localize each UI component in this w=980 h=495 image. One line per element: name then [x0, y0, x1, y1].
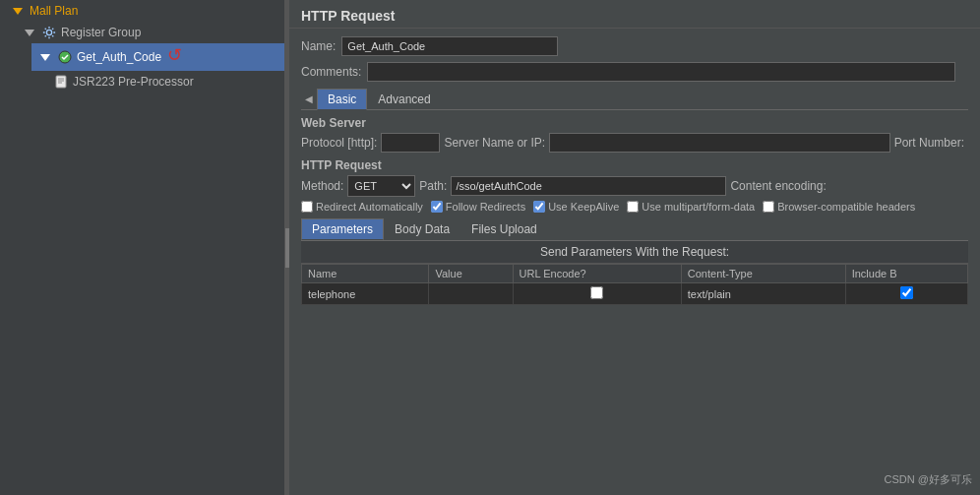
sidebar-item-get-auth-code[interactable]: Get_Auth_Code ↺	[31, 43, 284, 71]
redirect-label: Redirect Automatically	[316, 201, 423, 213]
name-row: Name:	[301, 36, 968, 56]
sidebar-resizer[interactable]	[285, 0, 289, 495]
col-content-type: Content-Type	[681, 265, 845, 283]
name-label: Name:	[301, 39, 336, 53]
comments-row: Comments:	[301, 62, 968, 82]
tab-basic[interactable]: Basic	[317, 89, 367, 110]
checkbox-redirect: Redirect Automatically	[301, 201, 423, 213]
sidebar-item-mall-plan[interactable]: Mall Plan	[4, 0, 284, 22]
tab-advanced[interactable]: Advanced	[367, 89, 441, 110]
follow-checkbox[interactable]	[431, 201, 443, 213]
comments-input[interactable]	[367, 62, 955, 82]
param-url-encode	[513, 283, 681, 305]
cursor-icon: ↺	[167, 44, 182, 66]
params-table: Name Value URL Encode? Content-Type Incl…	[301, 264, 968, 305]
triangle-down-icon	[22, 25, 37, 40]
sidebar: Mall Plan Register Group Get_Auth_Code ↺	[0, 0, 285, 495]
path-input[interactable]	[451, 176, 726, 196]
sidebar-item-label: Mall Plan	[30, 4, 78, 18]
keepalive-label: Use KeepAlive	[548, 201, 619, 213]
redirect-checkbox[interactable]	[301, 201, 313, 213]
http-request-section-label: HTTP Request	[301, 158, 968, 172]
param-include	[845, 283, 967, 305]
follow-label: Follow Redirects	[446, 201, 525, 213]
params-table-header-row: Name Value URL Encode? Content-Type Incl…	[302, 265, 968, 283]
multipart-checkbox[interactable]	[627, 201, 639, 213]
multipart-label: Use multipart/form-data	[642, 201, 755, 213]
main-panel: HTTP Request Name: Comments: ◀ Basic Adv…	[289, 0, 980, 495]
checkbox-browser: Browser-compatible headers	[763, 201, 915, 213]
encoding-label: Content encoding:	[730, 179, 826, 193]
sidebar-item-label: JSR223 Pre-Processor	[73, 75, 194, 89]
col-include: Include B	[845, 265, 967, 283]
sub-tab-bar: Parameters Body Data Files Upload	[301, 218, 968, 241]
url-encode-checkbox[interactable]	[590, 286, 603, 299]
param-content-type: text/plain	[681, 283, 845, 305]
params-section: Send Parameters With the Request: Name V…	[301, 241, 968, 305]
col-value: Value	[429, 265, 513, 283]
comments-label: Comments:	[301, 65, 361, 79]
sub-tab-body-data[interactable]: Body Data	[384, 218, 460, 240]
checkbox-follow: Follow Redirects	[431, 201, 525, 213]
tab-bar: ◀ Basic Advanced	[301, 88, 968, 110]
sub-tab-parameters[interactable]: Parameters	[301, 218, 384, 240]
doc-icon	[53, 74, 69, 90]
svg-rect-2	[56, 76, 66, 88]
checkbox-multipart: Use multipart/form-data	[627, 201, 755, 213]
tab-scroll-left[interactable]: ◀	[301, 91, 317, 106]
triangle-down-icon	[37, 49, 53, 65]
svg-point-0	[46, 30, 51, 34]
sidebar-item-label: Register Group	[61, 26, 141, 39]
checkboxes-row: Redirect Automatically Follow Redirects …	[301, 201, 968, 213]
param-value	[429, 283, 513, 305]
web-server-section-label: Web Server	[301, 116, 968, 130]
server-label: Server Name or IP:	[444, 136, 545, 150]
keepalive-checkbox[interactable]	[533, 201, 545, 213]
table-row: telephone text/plain	[302, 283, 968, 305]
name-input[interactable]	[341, 36, 558, 56]
method-label: Method:	[301, 179, 343, 193]
protocol-input[interactable]	[381, 133, 440, 153]
sidebar-item-label: Get_Auth_Code	[77, 50, 161, 64]
watermark: CSDN @好多可乐	[885, 472, 972, 487]
gear-icon	[41, 25, 57, 40]
protocol-label: Protocol [http]:	[301, 136, 377, 150]
panel-title: HTTP Request	[289, 0, 980, 29]
include-checkbox[interactable]	[900, 286, 913, 299]
path-label: Path:	[419, 179, 447, 193]
sub-tab-files-upload[interactable]: Files Upload	[460, 218, 548, 240]
browser-checkbox[interactable]	[763, 201, 774, 213]
form-area: Name: Comments: ◀ Basic Advanced Web Ser…	[289, 29, 980, 495]
server-input[interactable]	[549, 133, 890, 153]
http-request-row: Method: GET POST PUT DELETE PATCH Path: …	[301, 175, 968, 197]
col-name: Name	[302, 265, 429, 283]
browser-label: Browser-compatible headers	[777, 201, 915, 213]
params-header: Send Parameters With the Request:	[301, 241, 968, 264]
col-url-encode: URL Encode?	[513, 265, 681, 283]
sidebar-item-jsr223[interactable]: JSR223 Pre-Processor	[47, 71, 284, 93]
sidebar-item-register-group[interactable]: Register Group	[16, 22, 284, 43]
param-name: telephone	[302, 283, 429, 305]
port-label: Port Number:	[894, 136, 964, 150]
method-select[interactable]: GET POST PUT DELETE PATCH	[347, 175, 415, 197]
web-server-row: Protocol [http]: Server Name or IP: Port…	[301, 133, 968, 153]
check-icon	[57, 49, 73, 65]
checkbox-keepalive: Use KeepAlive	[533, 201, 619, 213]
triangle-down-icon	[10, 3, 26, 19]
